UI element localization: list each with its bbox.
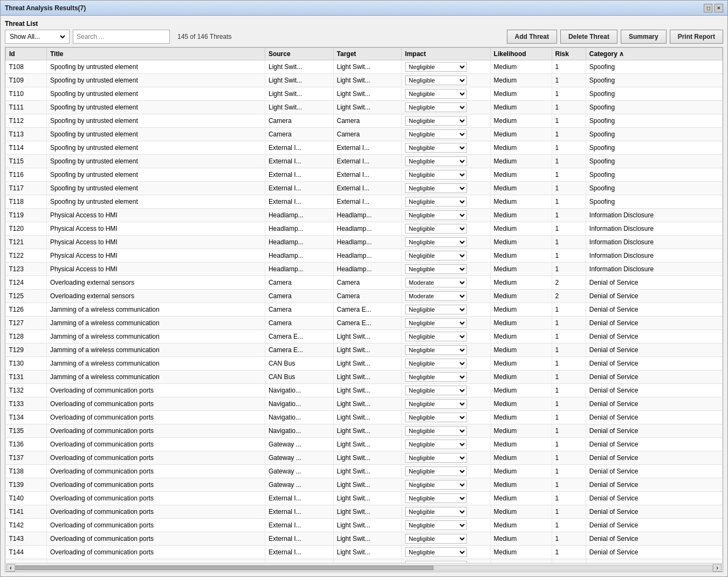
- impact-select[interactable]: Negligible: [405, 386, 467, 395]
- impact-select[interactable]: Negligible: [405, 547, 467, 557]
- table-row[interactable]: T121Physical Access to HMIHeadlamp...Hea…: [6, 236, 723, 249]
- cell-impact[interactable]: Negligible: [402, 182, 491, 195]
- cell-impact[interactable]: Negligible: [402, 155, 491, 168]
- cell-impact[interactable]: Negligible: [402, 74, 491, 87]
- impact-select[interactable]: Negligible: [405, 237, 467, 247]
- cell-impact[interactable]: Negligible: [402, 451, 491, 465]
- search-input[interactable]: [73, 30, 170, 44]
- impact-select[interactable]: Negligible: [405, 116, 467, 126]
- cell-impact[interactable]: Negligible: [402, 438, 491, 451]
- cell-impact[interactable]: Negligible: [402, 357, 491, 370]
- cell-impact[interactable]: Negligible: [402, 411, 491, 424]
- summary-button[interactable]: Summary: [621, 30, 667, 44]
- impact-select[interactable]: Negligible: [405, 439, 467, 449]
- table-row[interactable]: T129Jamming of a wireless communicationC…: [6, 344, 723, 357]
- cell-impact[interactable]: Negligible: [402, 532, 491, 546]
- print-report-button[interactable]: Print Report: [670, 30, 723, 44]
- table-row[interactable]: T114Spoofing by untrusted elementExterna…: [6, 141, 723, 155]
- table-row[interactable]: T127Jamming of a wireless communicationC…: [6, 317, 723, 330]
- table-row[interactable]: T131Jamming of a wireless communicationC…: [6, 370, 723, 384]
- cell-impact[interactable]: Negligible: [402, 478, 491, 492]
- table-row[interactable]: T145Overloading of communication portsEx…: [6, 559, 723, 564]
- table-row[interactable]: T135Overloading of communication portsNa…: [6, 424, 723, 438]
- show-all-dropdown[interactable]: Show All...: [5, 30, 70, 44]
- table-row[interactable]: T125Overloading external sensorsCameraCa…: [6, 290, 723, 303]
- impact-select[interactable]: Negligible: [405, 251, 467, 260]
- impact-select[interactable]: Negligible: [405, 372, 467, 382]
- impact-select[interactable]: Negligible: [405, 89, 467, 99]
- cell-impact[interactable]: Negligible: [402, 424, 491, 438]
- cell-impact[interactable]: Negligible: [402, 397, 491, 411]
- cell-impact[interactable]: Negligible: [402, 222, 491, 236]
- col-header-category[interactable]: Category ∧: [586, 48, 722, 60]
- col-header-title[interactable]: Title: [46, 48, 265, 60]
- horizontal-scrollbar[interactable]: ‹ ›: [5, 563, 723, 572]
- table-row[interactable]: T126Jamming of a wireless communicationC…: [6, 303, 723, 317]
- table-row[interactable]: T124Overloading external sensorsCameraCa…: [6, 276, 723, 290]
- cell-impact[interactable]: Negligible: [402, 128, 491, 141]
- scroll-thumb[interactable]: [16, 566, 434, 570]
- cell-impact[interactable]: Negligible: [402, 546, 491, 559]
- table-row[interactable]: T140Overloading of communication portsEx…: [6, 492, 723, 505]
- impact-select[interactable]: Negligible: [405, 143, 467, 153]
- cell-impact[interactable]: Negligible: [402, 384, 491, 397]
- table-row[interactable]: T141Overloading of communication portsEx…: [6, 505, 723, 519]
- table-row[interactable]: T130Jamming of a wireless communicationC…: [6, 357, 723, 370]
- table-row[interactable]: T139Overloading of communication portsGa…: [6, 478, 723, 492]
- impact-select[interactable]: Moderate: [405, 278, 467, 287]
- impact-select[interactable]: Negligible: [405, 170, 467, 180]
- add-threat-button[interactable]: Add Threat: [507, 30, 557, 44]
- table-row[interactable]: T122Physical Access to HMIHeadlamp...Hea…: [6, 249, 723, 263]
- impact-select[interactable]: Negligible: [405, 332, 467, 341]
- delete-threat-button[interactable]: Delete Threat: [560, 30, 617, 44]
- table-row[interactable]: T118Spoofing by untrusted elementExterna…: [6, 195, 723, 209]
- table-row[interactable]: T144Overloading of communication portsEx…: [6, 546, 723, 559]
- impact-select[interactable]: Negligible: [405, 75, 467, 85]
- cell-impact[interactable]: Negligible: [402, 559, 491, 564]
- table-row[interactable]: T120Physical Access to HMIHeadlamp...Hea…: [6, 222, 723, 236]
- impact-select[interactable]: Negligible: [405, 480, 467, 490]
- col-header-target[interactable]: Target: [333, 48, 402, 60]
- table-row[interactable]: T113Spoofing by untrusted elementCameraC…: [6, 128, 723, 141]
- impact-select[interactable]: Negligible: [405, 466, 467, 476]
- cell-impact[interactable]: Negligible: [402, 344, 491, 357]
- cell-impact[interactable]: Negligible: [402, 195, 491, 209]
- restore-button[interactable]: ◻: [704, 4, 712, 12]
- col-header-likelihood[interactable]: Likelihood: [490, 48, 552, 60]
- col-header-risk[interactable]: Risk: [552, 48, 586, 60]
- table-row[interactable]: T112Spoofing by untrusted elementCameraC…: [6, 114, 723, 128]
- table-row[interactable]: T108Spoofing by untrusted elementLight S…: [6, 60, 723, 74]
- cell-impact[interactable]: Negligible: [402, 263, 491, 276]
- cell-impact[interactable]: Negligible: [402, 465, 491, 478]
- table-row[interactable]: T116Spoofing by untrusted elementExterna…: [6, 168, 723, 182]
- impact-select[interactable]: Negligible: [405, 345, 467, 355]
- impact-select[interactable]: Negligible: [405, 413, 467, 422]
- cell-impact[interactable]: Negligible: [402, 209, 491, 222]
- table-row[interactable]: T134Overloading of communication portsNa…: [6, 411, 723, 424]
- table-row[interactable]: T138Overloading of communication portsGa…: [6, 465, 723, 478]
- cell-impact[interactable]: Negligible: [402, 249, 491, 263]
- cell-impact[interactable]: Negligible: [402, 114, 491, 128]
- table-row[interactable]: T109Spoofing by untrusted elementLight S…: [6, 74, 723, 87]
- cell-impact[interactable]: Negligible: [402, 505, 491, 519]
- impact-select[interactable]: Negligible: [405, 197, 467, 207]
- impact-select[interactable]: Negligible: [405, 534, 467, 544]
- table-row[interactable]: T117Spoofing by untrusted elementExterna…: [6, 182, 723, 195]
- impact-select[interactable]: Negligible: [405, 318, 467, 328]
- cell-impact[interactable]: Negligible: [402, 317, 491, 330]
- cell-impact[interactable]: Negligible: [402, 519, 491, 532]
- impact-select[interactable]: Negligible: [405, 359, 467, 368]
- impact-select[interactable]: Negligible: [405, 264, 467, 274]
- table-row[interactable]: T137Overloading of communication portsGa…: [6, 451, 723, 465]
- scroll-right-button[interactable]: ›: [713, 564, 722, 572]
- impact-select[interactable]: Negligible: [405, 102, 467, 112]
- cell-impact[interactable]: Negligible: [402, 87, 491, 101]
- table-row[interactable]: T110Spoofing by untrusted elementLight S…: [6, 87, 723, 101]
- impact-select[interactable]: Negligible: [405, 520, 467, 530]
- table-row[interactable]: T143Overloading of communication portsEx…: [6, 532, 723, 546]
- table-row[interactable]: T136Overloading of communication portsGa…: [6, 438, 723, 451]
- table-scroll-area[interactable]: Id Title Source Target Impact Likelihood…: [5, 47, 723, 563]
- impact-select[interactable]: Negligible: [405, 183, 467, 193]
- impact-select[interactable]: Negligible: [405, 399, 467, 409]
- col-header-id[interactable]: Id: [6, 48, 47, 60]
